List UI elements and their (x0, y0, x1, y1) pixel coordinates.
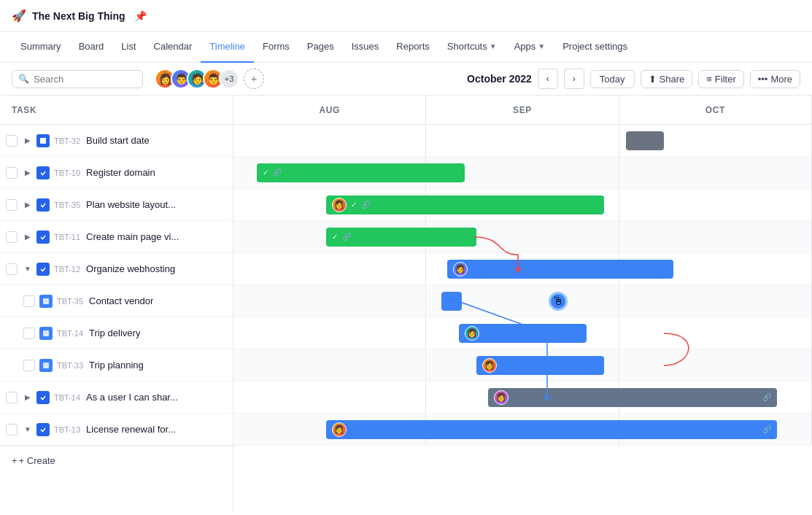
expand-button[interactable]: ▶ (22, 167, 34, 179)
svg-rect-1 (43, 298, 49, 304)
table-row[interactable]: ▶ TBT-11 Create main page vi... (0, 221, 233, 253)
task-list: Task ▶ TBT-32 Build start date ▶ TBT-10 … (0, 96, 233, 513)
table-row[interactable]: TBT-14 Trip delivery (0, 317, 233, 349)
today-button[interactable]: Today (590, 70, 635, 88)
task-checkbox[interactable] (23, 328, 35, 339)
task-name: As a user I can shar... (86, 392, 178, 403)
gantt-cell-oct (619, 285, 812, 317)
search-input[interactable] (34, 74, 128, 85)
task-id: TBT-14 (57, 329, 83, 338)
gantt-bar-webhosting[interactable]: 👩 (447, 260, 673, 279)
expand-button[interactable]: ▶ (22, 392, 34, 403)
tab-board[interactable]: Board (70, 32, 113, 63)
gantt-body: ✓ 🔗 👩 ✓ 🔗 ✓ (233, 125, 812, 446)
task-name: Contact vendor (89, 295, 153, 306)
gantt-bar-create-main[interactable]: ✓ 🔗 (326, 228, 476, 247)
task-name: Build start date (86, 135, 150, 146)
main-content: Task ▶ TBT-32 Build start date ▶ TBT-10 … (0, 96, 812, 513)
tab-apps[interactable]: Apps ▼ (506, 32, 554, 63)
table-row[interactable]: ▶ TBT-14 As a user I can shar... (0, 382, 233, 414)
tab-summary[interactable]: Summary (12, 32, 70, 63)
tab-forms[interactable]: Forms (254, 32, 298, 63)
table-row[interactable]: ▶ TBT-32 Build start date (0, 125, 233, 157)
task-checkbox[interactable] (23, 295, 35, 307)
task-id: TBT-35 (54, 201, 80, 209)
gantt-bar-trip-delivery[interactable]: 👩 (459, 324, 586, 343)
tab-shortcuts[interactable]: Shortcuts ▼ (438, 32, 506, 63)
gantt-cell-oct (619, 221, 812, 252)
gantt-cell-sep (426, 125, 619, 156)
tab-project-settings[interactable]: Project settings (554, 32, 636, 63)
table-row[interactable]: ▼ TBT-13 License renewal for... (0, 414, 233, 446)
tab-list[interactable]: List (112, 32, 144, 63)
gantt-row: 👩 ✓ 🔗 (233, 189, 812, 221)
task-icon (36, 231, 50, 244)
gantt-bar-user-share[interactable]: 👩 🔗 (488, 388, 778, 407)
create-button[interactable]: + + Create (0, 446, 233, 475)
task-checkbox[interactable] (6, 231, 18, 243)
expand-button[interactable]: ▶ (22, 135, 34, 147)
task-checkbox[interactable] (6, 199, 18, 211)
task-icon (36, 198, 50, 212)
gantt-bar-plan-website[interactable]: 👩 ✓ 🔗 (326, 195, 604, 214)
task-checkbox[interactable] (6, 424, 18, 435)
top-bar: 🚀 The Next Big Thing 📌 (0, 0, 812, 32)
filter-icon: ≡ (706, 74, 712, 85)
task-checkbox[interactable] (6, 263, 18, 275)
task-name: Trip planning (89, 360, 144, 371)
avatar: 👩 (494, 390, 509, 405)
avatar-count[interactable]: +3 (219, 69, 239, 89)
gantt-row: 👩 (233, 253, 812, 285)
task-id: TBT-11 (54, 233, 80, 241)
gantt-bar-license[interactable]: 👩 🔗 (326, 420, 778, 439)
expand-button[interactable]: ▶ (22, 231, 34, 243)
gantt-bar-contact-vendor[interactable] (441, 292, 462, 311)
task-column-header: Task (0, 96, 233, 125)
gantt-oct-header: OCT (619, 96, 812, 124)
task-checkbox[interactable] (23, 360, 35, 371)
add-member-button[interactable]: + (244, 69, 264, 89)
gantt-chart: AUG SEP OCT ✓ 🔗 (233, 96, 812, 513)
task-icon (36, 263, 50, 276)
gantt-cell-aug (233, 253, 426, 284)
task-checkbox[interactable] (6, 392, 18, 403)
check-icon: ✓ (351, 201, 357, 209)
tab-calendar[interactable]: Calendar (145, 32, 201, 63)
tab-reports[interactable]: Reports (387, 32, 438, 63)
share-button[interactable]: ⬆ Share (641, 70, 693, 88)
tab-timeline[interactable]: Timeline (201, 32, 254, 63)
tab-pages[interactable]: Pages (298, 32, 343, 63)
more-icon: ••• (758, 74, 768, 85)
table-row[interactable]: TBT-33 Trip planning (0, 349, 233, 382)
gantt-cell-oct (619, 189, 812, 220)
pin-icon[interactable]: 📌 (134, 10, 147, 22)
expand-button[interactable]: ▼ (22, 424, 34, 435)
task-checkbox[interactable] (6, 167, 18, 179)
task-icon (36, 166, 50, 179)
gantt-bar-register-domain[interactable]: ✓ 🔗 (257, 163, 465, 182)
table-row[interactable]: ▶ TBT-35 Plan website layout... (0, 189, 233, 221)
expand-button[interactable]: ▶ (22, 199, 34, 211)
expand-button[interactable]: ▼ (22, 263, 34, 275)
gantt-row: 👩 (233, 317, 812, 349)
chevron-down-icon: ▼ (538, 42, 545, 50)
table-row[interactable]: TBT-35 Contact vendor (0, 285, 233, 317)
plus-icon: + (12, 455, 18, 466)
avatar: 👩 (465, 326, 479, 341)
link-icon: 🔗 (273, 169, 282, 177)
task-checkbox[interactable] (6, 135, 18, 147)
gantt-row: 👩 🔗 (233, 414, 812, 446)
search-box[interactable]: 🔍 (12, 70, 143, 88)
gantt-bar-build-start[interactable] (626, 131, 664, 150)
gantt-cell-oct (619, 349, 812, 381)
gantt-bar-trip-planning[interactable]: 👩 (476, 356, 603, 375)
more-button[interactable]: ••• More (750, 70, 800, 88)
task-icon (39, 295, 53, 308)
svg-rect-3 (43, 363, 49, 368)
table-row[interactable]: ▶ TBT-10 Register domain (0, 157, 233, 189)
next-month-button[interactable]: › (564, 69, 584, 89)
prev-month-button[interactable]: ‹ (538, 69, 558, 89)
tab-issues[interactable]: Issues (343, 32, 388, 63)
filter-button[interactable]: ≡ Filter (698, 70, 743, 88)
table-row[interactable]: ▼ TBT-12 Organize webhosting (0, 253, 233, 285)
